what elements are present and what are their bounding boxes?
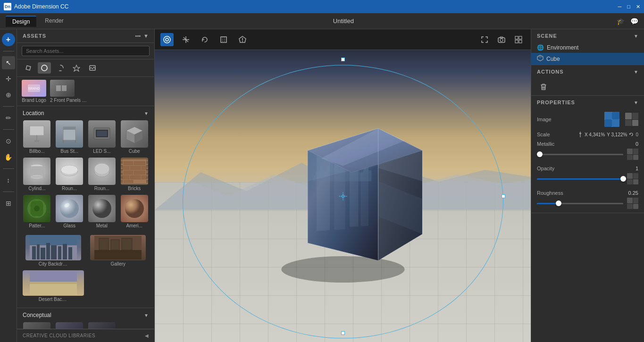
asset-glass-label: Glass [63,223,75,228]
asset-bricks-thumb [121,158,148,185]
assets-more-button[interactable]: ••• [135,33,141,39]
conceptual-grid [17,321,154,329]
move-tool-button[interactable]: ✛ [2,72,15,85]
metallic-slider-track[interactable] [537,154,623,155]
properties-section-header[interactable]: PROPERTIES ▼ [531,96,644,109]
actions-section-header[interactable]: ACTIONS ▼ [531,65,644,78]
render-tool-button[interactable]: ⊞ [2,197,15,210]
asset-desert-backdrop[interactable]: Desert Backdrop [22,269,85,303]
asset-gallery[interactable]: Gallery [87,234,150,267]
asset-tab-materials[interactable] [38,62,51,74]
cc-libraries[interactable]: CREATIVE CLOUD LIBRARIES ◀ [17,329,154,342]
svg-rect-115 [612,112,619,119]
svg-rect-114 [604,112,612,119]
actions-section: ACTIONS ▼ [531,65,644,96]
select-tool-button[interactable]: ↖ [2,56,15,69]
search-bar [17,43,154,59]
asset-ameri[interactable]: Ameri... [119,194,150,229]
asset-metal[interactable]: Metal [87,194,117,229]
camera-icon[interactable] [495,33,508,46]
learn-icon[interactable]: 🎓 [617,17,625,25]
scale-reset-icon[interactable] [629,132,634,137]
preview-brand-logo[interactable]: BRAND Brand Logo [22,80,46,103]
asset-tab-models[interactable] [22,62,35,74]
svg-point-70 [166,38,168,41]
canvas-area[interactable] [155,29,531,342]
roughness-label: Roughness [537,190,563,196]
conceptual-item-1[interactable] [22,321,52,329]
tab-render[interactable]: Render [38,16,70,27]
environment-icon: 🌐 [537,44,544,51]
conceptual-item-3[interactable] [87,321,117,329]
asset-cylinder[interactable]: Cylind... [22,157,52,192]
cc-libraries-label: CREATIVE CLOUD LIBRARIES [23,333,95,338]
add-object-button[interactable]: + [2,33,15,46]
search-input[interactable] [22,46,150,56]
image-prop-thumb[interactable] [604,112,619,127]
chat-icon[interactable]: 💬 [630,17,638,25]
delete-button[interactable] [537,80,550,93]
asset-cube[interactable]: Cube [119,119,150,155]
minimize-button[interactable]: ─ [618,4,622,10]
asset-tab-images[interactable] [86,62,99,74]
transform-tool-icon[interactable] [179,33,192,46]
asset-city-backdrop-thumb [25,235,81,260]
roughness-slider-thumb[interactable] [556,200,561,206]
conceptual-item-2[interactable] [54,321,85,329]
opacity-slider-thumb[interactable] [620,176,626,182]
section-header-conceptual[interactable]: Conceptual ▼ [17,308,154,321]
section-title-location: Location [23,110,44,117]
svg-rect-83 [515,36,518,39]
asset-cylinder-label: Cylind... [28,186,45,191]
eyedropper-tool-button[interactable]: ✏ [2,111,15,125]
roughness-value: 0.25 [628,190,638,196]
magic-wand-button[interactable]: ⊙ [2,134,15,148]
svg-rect-42 [124,180,133,183]
environment-tool-icon[interactable] [236,33,249,46]
maximize-button[interactable]: □ [627,4,630,10]
rotate-tool-icon[interactable] [198,33,211,46]
scene-item-cube[interactable]: Cube [531,53,644,65]
assets-expand-button[interactable]: ▼ [143,33,149,39]
opacity-grid-icon [627,173,638,184]
scene-item-env-action1[interactable]: ◉ [628,45,633,50]
scene-item-cube-label: Cube [546,56,560,62]
asset-tab-effects[interactable] [70,62,83,74]
asset-city-backdrop[interactable]: City Backdrop [22,234,85,267]
close-button[interactable]: ✕ [636,4,640,10]
preview-front-panels[interactable]: 2 Front Panels So... [50,80,88,103]
asset-round1[interactable]: Roun... [54,157,85,192]
asset-round2[interactable]: Roun... [87,157,117,192]
asset-led[interactable]: LED S... [87,119,117,155]
toolbar-divider2 [3,106,14,107]
opacity-slider-fill [537,178,623,180]
roughness-slider-track[interactable] [537,203,623,204]
asset-round2-label: Roun... [94,186,109,191]
document-title: Untitled [333,17,354,25]
fullscreen-icon[interactable] [478,33,491,46]
asset-bus-stop[interactable]: Bus St... [54,119,85,155]
frame-tool-icon[interactable] [217,33,230,46]
grid-icon[interactable] [512,33,525,46]
scene-section-header[interactable]: SCENE ▼ [531,29,644,42]
asset-pattern[interactable]: Patter... [22,194,52,229]
metallic-slider-thumb[interactable] [537,151,543,157]
selection-tool-icon[interactable] [160,33,174,46]
asset-round1-label: Roun... [62,186,77,191]
measure-tool-button[interactable]: ↕ [2,174,15,187]
tab-design[interactable]: Design [6,16,36,27]
scene-item-env-action2[interactable]: ↻ [635,45,638,50]
section-header-location[interactable]: Location ▼ [17,106,154,119]
asset-bricks[interactable]: Bricks [119,157,150,192]
asset-tab-lights[interactable] [54,62,67,74]
hand-tool-button[interactable]: ✋ [2,150,15,164]
svg-point-47 [60,199,79,218]
right-panel: SCENE ▼ 🌐 Environment ◉ ↻ Cube ACT [531,29,644,342]
assets-scroll[interactable]: Location ▼ Billbo... [17,106,154,329]
orbit-tool-button[interactable]: ⊕ [2,88,15,101]
svg-rect-36 [142,166,146,170]
opacity-slider-track[interactable] [537,178,623,180]
asset-glass[interactable]: Glass [54,194,85,229]
asset-billboard[interactable]: Billbo... [22,119,52,155]
scene-item-environment[interactable]: 🌐 Environment ◉ ↻ [531,42,644,53]
